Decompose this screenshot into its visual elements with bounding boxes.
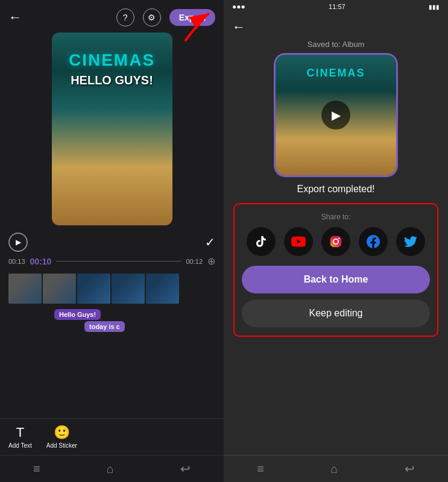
thumb-1 (8, 274, 42, 304)
social-icons-row (242, 227, 430, 256)
add-text-label: Add Text (8, 442, 32, 449)
text-overlay-2: today is c (84, 321, 125, 332)
back-arrow-left[interactable]: ← (8, 10, 22, 25)
thumb-4 (112, 274, 145, 304)
back-icon-right[interactable]: ↩ (405, 462, 415, 476)
add-clip-icon[interactable]: ⊕ (207, 255, 215, 267)
text-icon: T (16, 425, 24, 440)
status-time: 11:57 (329, 3, 345, 10)
left-nav-bar: ≡ ⌂ ↩ (0, 455, 224, 482)
back-to-home-button[interactable]: Back to Home (242, 266, 430, 293)
time-start: 00:13 (8, 258, 25, 265)
add-text-tool[interactable]: T Add Text (8, 425, 32, 449)
export-button[interactable]: Export (169, 9, 215, 26)
svg-point-3 (338, 238, 339, 239)
keep-editing-button[interactable]: Keep editing (242, 299, 430, 327)
twitter-icon[interactable] (396, 227, 425, 256)
saved-label: Saved to: Album (308, 40, 365, 49)
menu-icon-left[interactable]: ≡ (33, 462, 40, 476)
export-completed-label: Export completed! (297, 184, 375, 195)
thumb-2 (43, 274, 76, 304)
cinema-text: CINEMAS (69, 51, 155, 70)
timeline-timestamps: 00:13 00:10 00:12 ⊕ (0, 254, 224, 268)
check-icon[interactable]: ✓ (205, 235, 215, 249)
playback-row: ▶ ✓ (0, 230, 224, 254)
time-end: 00:12 (186, 258, 203, 265)
left-header: ← ? ⚙ Export (0, 0, 224, 33)
bottom-tools: T Add Text 🙂 Add Sticker (0, 418, 224, 455)
timeline-track (0, 271, 224, 307)
back-icon-left[interactable]: ↩ (180, 462, 191, 476)
help-icon[interactable]: ? (116, 8, 134, 27)
right-header: ← (224, 13, 448, 37)
hello-guys-text: HELLO GUYS! (71, 74, 153, 87)
left-panel: ← ? ⚙ Export CINEMAS HELLO GUYS! ▶ ✓ 00:… (0, 0, 224, 482)
left-header-icons: ? ⚙ Export (116, 8, 215, 27)
status-bar: ●●● 11:57 ▮▮▮ (224, 0, 448, 13)
tiktok-icon[interactable] (247, 227, 276, 256)
thumb-5 (146, 274, 179, 304)
add-sticker-label: Add Sticker (46, 442, 77, 449)
text-overlay-1: Hello Guys! (54, 309, 101, 320)
svg-rect-1 (330, 236, 341, 247)
add-sticker-tool[interactable]: 🙂 Add Sticker (46, 425, 77, 449)
timeline-area: ▶ ✓ 00:13 00:10 00:12 ⊕ Hello Guys! toda… (0, 225, 224, 418)
status-signal: ●●● (232, 2, 245, 11)
sticker-icon: 🙂 (54, 425, 70, 440)
home-icon-right[interactable]: ⌂ (330, 462, 338, 476)
youtube-icon[interactable] (284, 227, 313, 256)
video-preview: CINEMAS HELLO GUYS! (52, 33, 172, 225)
facebook-icon[interactable] (359, 227, 388, 256)
play-overlay-icon[interactable]: ▶ (321, 101, 350, 130)
right-nav-bar: ≡ ⌂ ↩ (224, 455, 448, 482)
home-icon-left[interactable]: ⌂ (107, 462, 114, 476)
status-battery: ▮▮▮ (429, 4, 440, 10)
back-arrow-right[interactable]: ← (232, 19, 245, 35)
time-current: 00:10 (30, 257, 52, 266)
right-panel: ●●● 11:57 ▮▮▮ ← Saved to: Album CINEMAS … (224, 0, 448, 482)
play-button[interactable]: ▶ (8, 233, 28, 252)
menu-icon-right[interactable]: ≡ (257, 462, 264, 476)
thumb-3 (77, 274, 110, 304)
share-label: Share to: (242, 213, 430, 221)
action-box: Share to: (233, 203, 438, 337)
instagram-icon[interactable] (321, 227, 350, 256)
video-thumbnail[interactable]: CINEMAS ▶ (276, 55, 396, 175)
settings-icon[interactable]: ⚙ (143, 8, 161, 27)
cinema-thumb-text: CINEMAS (306, 67, 365, 80)
